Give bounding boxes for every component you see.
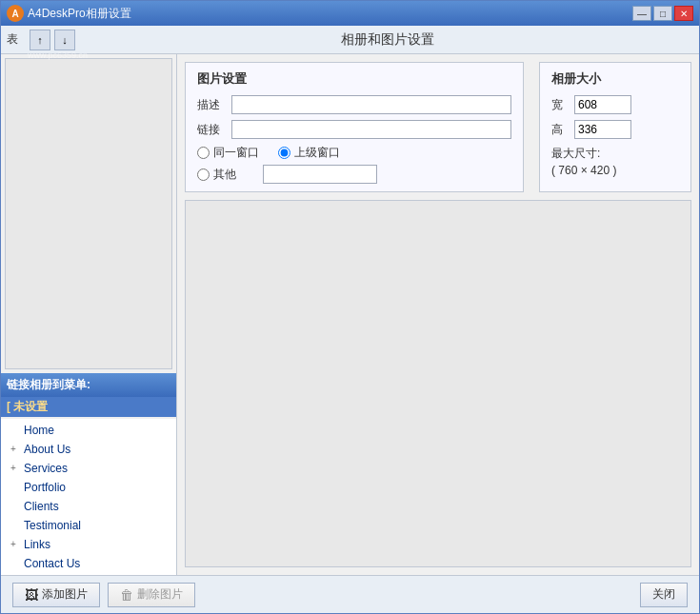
expand-icon-contact-us — [10, 555, 24, 572]
menu-item-label-home: Home — [24, 422, 54, 439]
max-size-label: 最大尺寸: — [551, 145, 679, 162]
expand-icon-about-us: + — [10, 441, 24, 458]
footer-left-buttons: 🖼 添加图片 🗑 删除图片 — [12, 583, 195, 607]
menu-item-testimonial[interactable]: Testimonial — [1, 516, 176, 535]
radio-same-window-label: 同一窗口 — [213, 145, 259, 161]
remove-image-label: 删除图片 — [137, 586, 183, 603]
menu-tree: Home + About Us + Services Portfolio — [1, 419, 176, 575]
window-title: A4DeskPro相册设置 — [28, 6, 632, 22]
radio-parent-window-label: 上级窗口 — [294, 145, 340, 161]
maximize-button[interactable]: □ — [653, 6, 672, 21]
link-section-header: 链接相册到菜单: — [1, 373, 176, 397]
menu-item-label-contact-us: Contact Us — [24, 555, 80, 572]
move-down-button[interactable]: ↓ — [54, 30, 75, 50]
radio-row: 同一窗口 上级窗口 — [197, 145, 511, 161]
toolbar-left: 表 ↑ ↓ — [7, 30, 75, 50]
link-label: 链接 — [197, 122, 231, 138]
expand-icon-portfolio — [10, 479, 24, 496]
menu-item-services[interactable]: + Services — [1, 459, 176, 478]
width-input[interactable] — [574, 95, 631, 114]
max-size-container: 最大尺寸: ( 760 × 420 ) — [551, 145, 679, 179]
album-size-box: 相册大小 宽 高 最大尺寸: ( 760 × 420 ) — [539, 62, 691, 192]
expand-icon-services: + — [10, 460, 24, 477]
radio-other[interactable]: 其他 — [197, 167, 236, 183]
toolbar: 表 ↑ ↓ 相册和图片设置 — [1, 26, 699, 54]
main-window: A A4DeskPro相册设置 — □ ✕ www.pc6359.cn 表 ↑ … — [0, 0, 700, 614]
app-icon: A — [7, 5, 24, 22]
radio-parent-window-input[interactable] — [278, 147, 290, 159]
picture-settings-box: 图片设置 描述 链接 同一窗口 — [185, 62, 524, 192]
menu-item-about-us[interactable]: + About Us — [1, 440, 176, 459]
other-row: 其他 — [197, 165, 511, 184]
menu-item-contact-us[interactable]: Contact Us — [1, 554, 176, 573]
desc-label: 描述 — [197, 97, 231, 113]
radio-other-label: 其他 — [213, 167, 236, 183]
menu-item-links[interactable]: + Links — [1, 535, 176, 554]
expand-icon-home — [10, 422, 24, 439]
pic-settings-title: 图片设置 — [197, 70, 511, 88]
window-controls: — □ ✕ — [632, 6, 693, 21]
minimize-button[interactable]: — — [632, 6, 651, 21]
close-button[interactable]: 关闭 — [640, 583, 688, 607]
width-row: 宽 — [551, 95, 679, 114]
close-window-button[interactable]: ✕ — [674, 6, 693, 21]
radio-other-input[interactable] — [197, 168, 210, 181]
main-content: 链接相册到菜单: [ 未设置 Home + About Us + Service… — [1, 54, 699, 575]
desc-input[interactable] — [231, 95, 511, 114]
max-size-value: ( 760 × 420 ) — [551, 162, 679, 179]
menu-item-portfolio[interactable]: Portfolio — [1, 478, 176, 497]
radio-parent-window[interactable]: 上级窗口 — [278, 145, 340, 161]
menu-item-label-about-us: About Us — [24, 441, 70, 458]
width-label: 宽 — [551, 97, 574, 113]
menu-item-label-portfolio: Portfolio — [24, 479, 66, 496]
link-row: 链接 — [197, 120, 511, 139]
image-display-area — [185, 200, 691, 567]
other-input-field[interactable] — [263, 165, 377, 184]
album-size-title: 相册大小 — [551, 70, 679, 88]
link-section-unset: [ 未设置 — [1, 397, 176, 417]
toolbar-section-title: 相册和图片设置 — [341, 31, 434, 49]
link-input[interactable] — [231, 120, 511, 139]
radio-same-window[interactable]: 同一窗口 — [197, 145, 259, 161]
add-image-label: 添加图片 — [42, 586, 88, 603]
expand-icon-links: + — [10, 536, 24, 553]
album-preview-area — [5, 58, 172, 369]
expand-icon-testimonial — [10, 517, 24, 534]
height-input[interactable] — [574, 120, 631, 139]
footer: 🖼 添加图片 🗑 删除图片 关闭 — [1, 575, 699, 613]
menu-item-label-clients: Clients — [24, 498, 59, 515]
add-image-icon: 🖼 — [25, 587, 38, 603]
expand-icon-clients — [10, 498, 24, 515]
height-row: 高 — [551, 120, 679, 139]
close-label: 关闭 — [652, 586, 675, 603]
add-image-button[interactable]: 🖼 添加图片 — [12, 583, 100, 607]
desc-row: 描述 — [197, 95, 511, 114]
remove-image-icon: 🗑 — [120, 587, 133, 603]
settings-top: 图片设置 描述 链接 同一窗口 — [185, 62, 691, 192]
remove-image-button[interactable]: 🗑 删除图片 — [108, 583, 195, 607]
title-bar: A A4DeskPro相册设置 — □ ✕ — [1, 1, 699, 26]
toolbar-table-label: 表 — [7, 31, 18, 48]
menu-item-home[interactable]: Home — [1, 421, 176, 440]
radio-same-window-input[interactable] — [197, 147, 210, 159]
move-up-button[interactable]: ↑ — [30, 30, 50, 50]
left-panel: 链接相册到菜单: [ 未设置 Home + About Us + Service… — [1, 54, 177, 575]
menu-item-label-services: Services — [24, 460, 68, 477]
menu-item-label-links: Links — [24, 536, 50, 553]
right-panel: 图片设置 描述 链接 同一窗口 — [177, 54, 699, 575]
menu-item-clients[interactable]: Clients — [1, 497, 176, 516]
height-label: 高 — [551, 122, 574, 138]
menu-item-label-testimonial: Testimonial — [24, 517, 81, 534]
